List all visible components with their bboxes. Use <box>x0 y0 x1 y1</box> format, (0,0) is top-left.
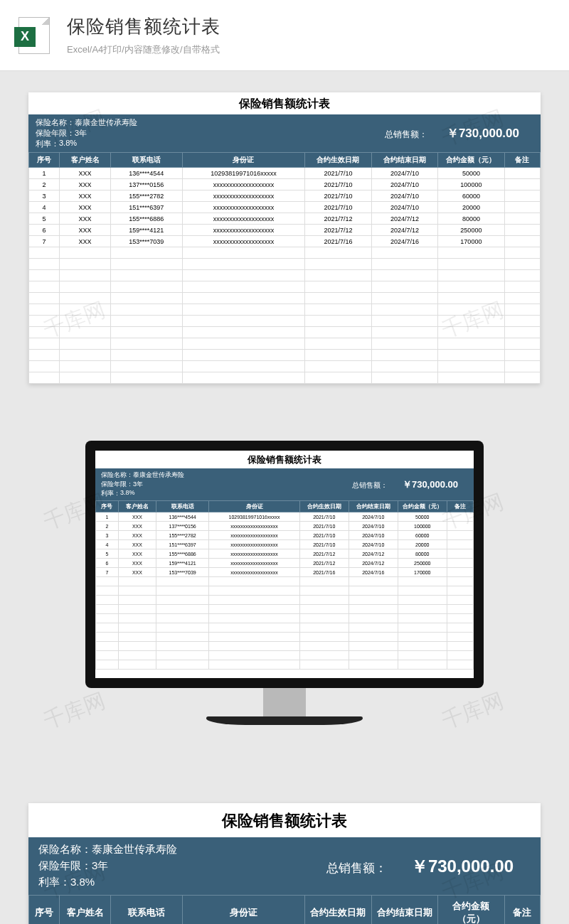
sheet-title: 保险销售额统计表 <box>95 451 474 468</box>
cell-no: 1 <box>96 512 119 522</box>
info-term-label: 保险年限： <box>101 480 133 489</box>
table-row: 7XXX153****7039xxxxxxxxxxxxxxxxxxx2021/7… <box>29 236 541 247</box>
column-header: 合约金额（元） <box>438 896 504 925</box>
table-row-empty <box>29 304 541 316</box>
cell-start: 2021/7/12 <box>305 225 371 236</box>
monitor-bezel: 保险销售额统计表 保险名称：泰康金世传承寿险 保险年限：3年 利率：3.8% 总… <box>85 441 484 688</box>
info-name-label: 保险名称： <box>101 471 133 480</box>
cell-phone: 151****6397 <box>111 202 183 213</box>
cell-start: 2021/7/10 <box>305 179 371 190</box>
data-table: 序号客户姓名联系电话身份证合约生效日期合约结束日期合约金额（元）备注 1XXX1… <box>95 500 474 670</box>
cell-phone: 153****7039 <box>111 236 183 247</box>
cell-no: 6 <box>96 559 119 568</box>
cell-start: 2021/7/12 <box>305 213 371 225</box>
column-header: 合约生效日期 <box>305 896 371 925</box>
cell-amount: 60000 <box>398 531 447 540</box>
table-row-empty <box>29 327 541 338</box>
info-rate-label: 利率： <box>101 489 120 498</box>
cell-no: 3 <box>29 190 60 202</box>
cell-note <box>504 202 540 213</box>
sheet-info-bar: 保险名称：泰康金世传承寿险 保险年限：3年 利率：3.8% 总销售额： ￥730… <box>28 114 541 152</box>
cell-start: 2021/7/10 <box>305 190 371 202</box>
table-row-empty <box>96 577 474 586</box>
sheet-title: 保险销售额统计表 <box>28 803 541 837</box>
cell-amount: 250000 <box>398 559 447 568</box>
cell-note <box>504 236 540 247</box>
cell-note <box>447 522 473 531</box>
cell-amount: 80000 <box>398 549 447 559</box>
total-sales-value: ￥730,000.00 <box>447 125 519 141</box>
cell-no: 5 <box>96 549 119 559</box>
cell-note <box>504 190 540 202</box>
column-header: 合约生效日期 <box>305 153 371 168</box>
column-header: 合约结束日期 <box>349 501 398 512</box>
table-row-empty <box>96 660 474 670</box>
cell-amount: 170000 <box>438 236 504 247</box>
page-title: 保险销售额统计表 <box>67 14 555 39</box>
excel-x-badge: X <box>14 27 36 47</box>
cell-start: 2021/7/12 <box>299 549 349 559</box>
cell-end: 2024/7/16 <box>349 568 398 577</box>
cell-note <box>504 168 540 179</box>
cell-phone: 137****0156 <box>156 522 208 531</box>
cell-phone: 136****4544 <box>111 168 183 179</box>
table-row: 6XXX159****4121xxxxxxxxxxxxxxxxxxx2021/7… <box>96 559 474 568</box>
table-row: 3XXX155****2782xxxxxxxxxxxxxxxxxxx2021/7… <box>29 190 541 202</box>
cell-note <box>447 531 473 540</box>
cell-start: 2021/7/12 <box>299 559 349 568</box>
cell-amount: 80000 <box>438 213 504 225</box>
column-header: 身份证 <box>182 896 305 925</box>
column-header: 备注 <box>504 153 540 168</box>
table-row-empty <box>29 338 541 350</box>
cell-name: XXX <box>118 531 156 540</box>
info-name-value: 泰康金世传承寿险 <box>92 843 177 856</box>
table-row-empty <box>96 605 474 614</box>
cell-id: xxxxxxxxxxxxxxxxxxx <box>209 559 299 568</box>
table-row: 5XXX155****6886xxxxxxxxxxxxxxxxxxx2021/7… <box>96 549 474 559</box>
cell-id: xxxxxxxxxxxxxxxxxxx <box>209 540 299 549</box>
cell-note <box>504 213 540 225</box>
table-row-empty <box>96 651 474 660</box>
cell-phone: 151****6397 <box>156 540 208 549</box>
cell-amount: 100000 <box>438 179 504 190</box>
cell-end: 2024/7/10 <box>371 190 437 202</box>
table-row: 1XXX136****454410293819971016xxxxx2021/7… <box>29 168 541 179</box>
cell-no: 2 <box>96 522 119 531</box>
cell-id: xxxxxxxxxxxxxxxxxxx <box>182 225 305 236</box>
cell-amount: 100000 <box>398 522 447 531</box>
cell-no: 7 <box>29 236 60 247</box>
data-table: 序号客户姓名联系电话身份证合约生效日期合约结束日期合约金额（元）备注 1XXX1… <box>28 152 541 384</box>
cell-start: 2021/7/10 <box>299 540 349 549</box>
table-row-empty <box>29 316 541 327</box>
monitor-screen: 保险销售额统计表 保险名称：泰康金世传承寿险 保险年限：3年 利率：3.8% 总… <box>95 451 474 678</box>
info-name-value: 泰康金世传承寿险 <box>133 471 184 480</box>
cell-no: 6 <box>29 225 60 236</box>
cell-phone: 159****4121 <box>111 225 183 236</box>
column-header: 联系电话 <box>156 501 208 512</box>
total-sales-label: 总销售额： <box>352 480 388 490</box>
info-term-label: 保险年限： <box>38 859 92 873</box>
cell-no: 4 <box>96 540 119 549</box>
monitor-stand-base <box>206 716 363 725</box>
cell-end: 2024/7/10 <box>371 168 437 179</box>
total-sales-value: ￥730,000.00 <box>403 478 458 491</box>
cell-amount: 20000 <box>438 202 504 213</box>
cell-end: 2024/7/10 <box>349 512 398 522</box>
cell-amount: 50000 <box>438 168 504 179</box>
cell-no: 1 <box>29 168 60 179</box>
total-sales-label: 总销售额： <box>326 860 387 876</box>
table-row-empty <box>29 372 541 384</box>
cell-amount: 20000 <box>398 540 447 549</box>
table-row: 5XXX155****6886xxxxxxxxxxxxxxxxxxx2021/7… <box>29 213 541 225</box>
info-term-label: 保险年限： <box>36 128 75 139</box>
column-header: 身份证 <box>182 153 305 168</box>
cell-amount: 50000 <box>398 512 447 522</box>
column-header: 序号 <box>29 896 60 925</box>
column-header: 客户姓名 <box>118 501 156 512</box>
cell-no: 4 <box>29 202 60 213</box>
cell-end: 2024/7/12 <box>371 225 437 236</box>
total-sales-label: 总销售额： <box>385 129 427 141</box>
cell-name: XXX <box>118 559 156 568</box>
column-header: 备注 <box>447 501 473 512</box>
cell-id: xxxxxxxxxxxxxxxxxxx <box>182 202 305 213</box>
